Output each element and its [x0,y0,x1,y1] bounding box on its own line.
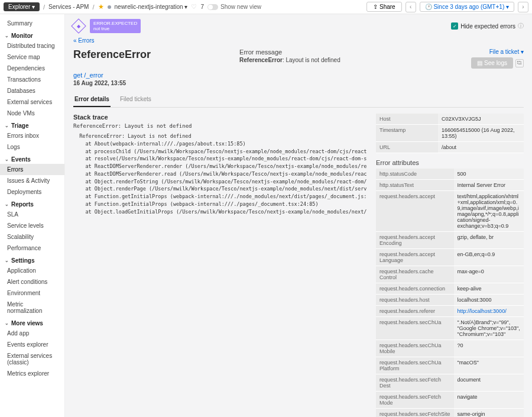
attr-key: request.headers.accept Language [376,249,454,266]
file-ticket-link[interactable]: File a ticket ▾ [489,49,524,55]
sidebar-item-node-vms[interactable]: Node VMs [0,108,64,119]
chevron-down-icon: ⌄ [5,157,9,162]
sidebar-item-errors[interactable]: Errors [0,164,64,175]
attr-value: gzip, deflate, br [454,232,524,249]
sidebar-section-triage[interactable]: ⌄Triage [0,119,64,130]
attr-value: 1660654515000 (16 Aug 2022, 13:55) [438,125,524,142]
hide-expected-toggle[interactable]: ✓ Hide expected errors ⓘ [451,22,524,30]
sidebar-item-distributed-tracing[interactable]: Distributed tracing [0,40,64,51]
attr-link[interactable]: http://localhost:3000/ [458,308,507,314]
attr-value: keep-alive [454,283,524,295]
error-attributes-title: Error attributes [376,159,524,166]
attr-key: request.headers.secChUa [376,317,454,340]
sidebar-item-metric-normalization[interactable]: Metric normalization [0,299,64,316]
sidebar: Summary ⌄MonitorDistributed tracingServi… [0,14,65,417]
sidebar-item-databases[interactable]: Databases [0,85,64,96]
attr-key: request.headers.secChUa Mobile [376,340,454,357]
sidebar-item-transactions[interactable]: Transactions [0,74,64,85]
error-title: ReferenceError [73,49,151,61]
sidebar-item-service-map[interactable]: Service map [0,51,64,63]
attr-value: ?0 [454,340,524,357]
attr-value: navigate [454,392,524,409]
attr-row: request.headers.secChUa Platform"macOS" [376,357,524,374]
error-message-text: ReferenceError: Layout is not defined [239,57,471,63]
attr-key: request.headers.secFetchSite [376,409,454,418]
attr-value: document [454,374,524,392]
sidebar-item-external-services[interactable]: External services [0,96,64,108]
attr-row: request.headers.secFetch Modenavigate [376,392,524,409]
sidebar-item-dependencies[interactable]: Dependencies [0,63,64,74]
sidebar-section-monitor[interactable]: ⌄Monitor [0,29,64,40]
tab-error-details[interactable]: Error details [73,92,111,107]
attributes-top-table: HostC02XV3XVJG5JTimestamp1660654515000 (… [376,114,524,153]
attr-row: Timestamp1660654515000 (16 Aug 2022, 13:… [376,125,524,142]
attr-row: request.headers.cache Controlmax-age=0 [376,266,524,283]
sidebar-item-application[interactable]: Application [0,265,64,276]
attr-value: Internal Server Error [454,180,524,191]
attr-row: URL/about [376,142,524,153]
sidebar-item-summary[interactable]: Summary [0,18,64,29]
stack-trace-label: Stack trace [73,114,366,121]
attr-row: http.statusCode500 [376,169,524,180]
attr-row: HostC02XV3XVJG5J [376,114,524,125]
sidebar-section-settings[interactable]: ⌄Settings [0,254,64,265]
star-icon[interactable]: ★ [98,3,104,11]
share-button[interactable]: ⇪ Share [366,2,401,12]
attr-value: http://localhost:3000/ [454,306,524,317]
time-picker[interactable]: 🕐 Since 3 days ago (GMT+1) ▾ [420,2,514,12]
attr-key: request.headers.secChUa Platform [376,357,454,374]
attr-row: request.headers.secFetch Destdocument [376,374,524,392]
sidebar-item-external-services-classic-[interactable]: External services (classic) [0,350,64,368]
see-logs-button[interactable]: ▤ See logs [471,57,513,69]
explorer-dropdown[interactable]: Explorer ▾ [4,2,40,11]
breadcrumb-services[interactable]: Services - APM [48,4,89,10]
attr-key: URL [376,142,438,153]
error-route[interactable]: get /_error [73,72,524,79]
sidebar-section-reports[interactable]: ⌄Reports [0,198,64,209]
show-new-view-toggle[interactable]: Show new view [207,4,261,10]
breadcrumb-app[interactable]: newrelic-nextjs-integration ▾ [115,4,188,10]
sidebar-item-scalability[interactable]: Scalability [0,231,64,243]
attr-row: request.headers.hostlocalhost:3000 [376,295,524,306]
attr-key: request.headers.secFetch Dest [376,374,454,392]
info-icon[interactable]: ⓘ [518,22,524,30]
sidebar-item-alert-conditions[interactable]: Alert conditions [0,276,64,287]
sidebar-item-logs[interactable]: Logs [0,141,64,153]
sidebar-section-more-views[interactable]: ⌄More views [0,316,64,328]
sidebar-item-deployments[interactable]: Deployments [0,186,64,198]
error-timestamp: 16 Aug 2022, 13:55 [73,80,524,86]
error-expected-tag: ERROR.EXPECTEDnot true [90,19,141,33]
entity-icon: ◆ [71,18,86,33]
copy-icon[interactable]: ⿻ [515,59,524,67]
sidebar-item-environment[interactable]: Environment [0,287,64,299]
attr-value: ".Not/A)Brand";v="99", "Google Chrome";v… [454,317,524,340]
sidebar-item-errors-inbox[interactable]: Errors inbox [0,130,64,141]
instance-count: 7 [200,4,204,10]
tab-filed-tickets[interactable]: Filed tickets [119,92,153,107]
attr-value: max-age=0 [454,266,524,283]
sidebar-item-metrics-explorer[interactable]: Metrics explorer [0,368,64,379]
chevron-down-icon: ⌄ [5,258,9,263]
attr-key: http.statusCode [376,169,454,180]
time-prev-button[interactable]: ‹ [406,2,416,12]
sidebar-item-sla[interactable]: SLA [0,209,64,220]
sidebar-item-events-explorer[interactable]: Events explorer [0,339,64,350]
attr-row: http.statusTextInternal Server Error [376,180,524,191]
sidebar-section-events[interactable]: ⌄Events [0,153,64,164]
attr-row: request.headers.accept Encodinggzip, def… [376,232,524,249]
sidebar-item-performance[interactable]: Performance [0,243,64,254]
back-to-errors-link[interactable]: « Errors [73,37,95,44]
sidebar-item-add-app[interactable]: Add app [0,328,64,339]
attr-value: same-origin [454,409,524,418]
attr-row: request.headers.secChUa Mobile?0 [376,340,524,357]
time-next-button[interactable]: › [518,2,528,12]
sidebar-item-service-levels[interactable]: Service levels [0,220,64,231]
error-message-label: Error message [239,49,471,56]
attr-key: request.headers.host [376,295,454,306]
attr-key: request.headers.secFetch Mode [376,392,454,409]
sidebar-item-issues-activity[interactable]: Issues & Activity [0,175,64,186]
attr-value: 500 [454,169,524,180]
attributes-table: http.statusCode500http.statusTextInterna… [376,169,524,417]
love-icon[interactable]: ♡ [191,3,197,11]
attr-value: localhost:3000 [454,295,524,306]
